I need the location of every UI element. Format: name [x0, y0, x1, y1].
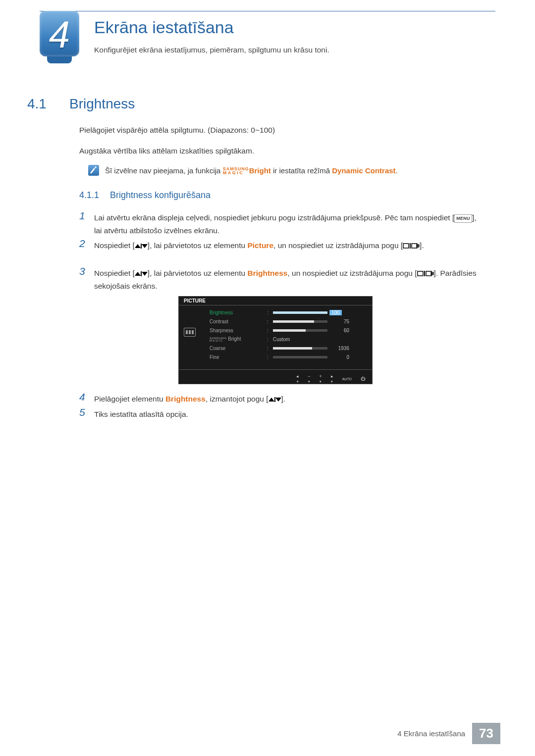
menu-button-label: MENU	[454, 214, 472, 223]
samsung-magic-logo: SAMSUNGMAGIC	[223, 167, 249, 175]
section-number: 4.1	[27, 96, 47, 112]
osd-foot-back: ◂▾	[296, 374, 299, 383]
svg-marker-0	[135, 244, 141, 248]
page-number-badge: 73	[472, 723, 500, 744]
up-down-arrows-icon	[268, 395, 281, 403]
svg-rect-4	[410, 243, 411, 249]
footer: 4 Ekrāna iestatīšana 73	[0, 723, 535, 744]
step-5-text: Tiks iestatīta atlasītā opcija.	[94, 408, 485, 421]
svg-rect-1	[141, 244, 142, 249]
osd-row-sharpness: Sharpness: 60	[210, 326, 366, 335]
osd-bar-fill	[273, 311, 327, 314]
step-5-number: 5	[79, 406, 85, 418]
step-1-number: 1	[79, 210, 85, 222]
svg-marker-9	[135, 272, 141, 276]
note-icon	[88, 165, 99, 176]
svg-rect-19	[274, 397, 275, 402]
osd-row-contrast: Contrast: 75	[210, 317, 366, 326]
svg-marker-20	[275, 398, 281, 402]
section-title: Brightness	[69, 96, 135, 112]
svg-rect-13	[424, 271, 425, 276]
osd-foot-plus: +▾	[319, 374, 321, 383]
subsection-number: 4.1.1	[79, 190, 99, 201]
svg-rect-14	[426, 271, 431, 276]
step-4-number: 4	[79, 391, 85, 403]
osd-row-coarse: Coarse: 1936	[210, 344, 366, 353]
osd-title: PICTURE	[179, 297, 372, 305]
svg-rect-3	[403, 244, 409, 248]
svg-rect-5	[412, 244, 417, 248]
svg-marker-11	[142, 272, 148, 276]
osd-row-magic-bright: SAMSUNGMAGIC Bright : Custom	[210, 335, 366, 344]
chapter-number: 4	[40, 13, 79, 56]
up-down-arrows-icon	[135, 241, 148, 250]
osd-row-brightness: Brightness: 100	[210, 308, 366, 317]
osd-foot-minus: −▾	[308, 374, 310, 383]
step-3-text: Nospiediet [], lai pārvietotos uz elemen…	[94, 267, 485, 292]
paragraph-2: Augstāka vērtība liks attēlam izskatītie…	[79, 146, 485, 156]
note-text: Šī izvēlne nav pieejama, ja funkcija SAM…	[105, 165, 485, 176]
subsection-title: Brightness konfigurēšana	[110, 190, 211, 201]
osd-foot-power: ⏻	[361, 377, 365, 381]
osd-row-fine: Fine: 0	[210, 353, 366, 361]
step-2-number: 2	[79, 238, 85, 250]
osd-panel: PICTURE Brightness: 100 Contrast: 75 Sha…	[178, 296, 373, 384]
step-4-text: Pielāgojiet elementu Brightness, izmanto…	[94, 393, 485, 405]
paragraph-1: Pielāgojiet vispārējo attēla spilgtumu. …	[79, 125, 485, 136]
step-2-text: Nospiediet [], lai pārvietotos uz elemen…	[94, 239, 485, 252]
up-down-arrows-icon	[135, 269, 148, 277]
osd-foot: ◂▾ −▾ +▾ ▸▾ AUTO ⏻	[179, 374, 372, 384]
svg-rect-10	[141, 271, 142, 276]
picture-icon	[184, 328, 196, 337]
svg-rect-12	[418, 271, 423, 276]
svg-marker-2	[142, 244, 148, 248]
footer-crumb: 4 Ekrāna iestatīšana	[397, 723, 472, 744]
chapter-badge: 4	[40, 11, 79, 60]
source-enter-icon	[403, 241, 420, 250]
source-enter-icon	[417, 269, 434, 277]
osd-foot-auto: AUTO	[342, 377, 352, 381]
chapter-title: Ekrāna iestatīšana	[94, 18, 234, 37]
osd-foot-enter: ▸▾	[331, 374, 333, 383]
step-3-number: 3	[79, 265, 85, 277]
step-1-text: Lai atvērtu ekrāna displeja ceļvedi, nos…	[94, 211, 485, 237]
svg-marker-18	[268, 398, 274, 402]
top-rule	[40, 11, 495, 11]
chapter-subtitle: Konfigurējiet ekrāna iestatījumus, piemē…	[94, 46, 485, 54]
